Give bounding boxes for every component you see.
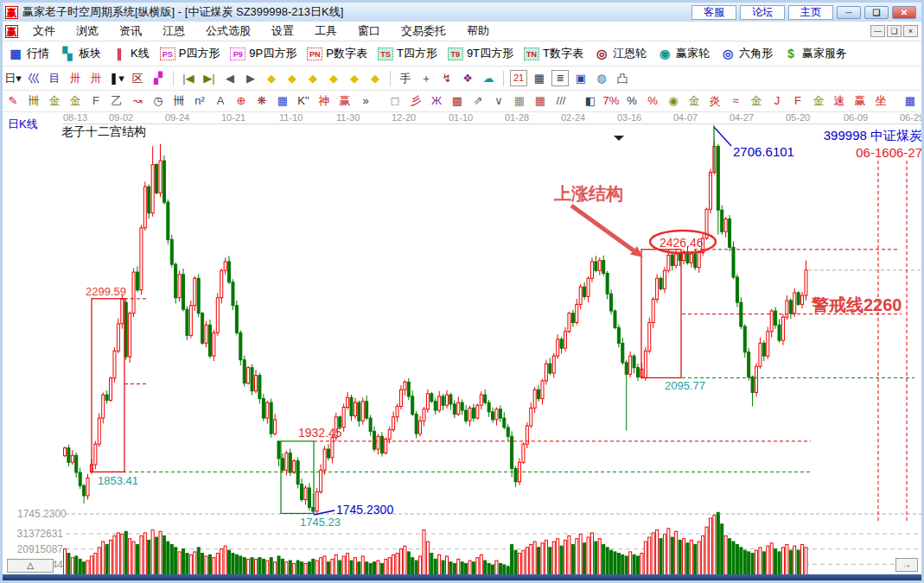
print-icon[interactable]: 凸 — [614, 70, 631, 87]
scroll-right-button[interactable]: → — [895, 558, 918, 572]
grid-b-icon[interactable]: ▦ — [532, 92, 549, 110]
toolbar-item-kline[interactable]: ∥K线 — [112, 46, 150, 61]
lasso-icon[interactable]: ↯ — [438, 70, 456, 87]
wave-pattern-icon[interactable]: 巛 — [25, 70, 42, 87]
dropdown-marker-icon[interactable] — [614, 136, 624, 141]
comb-2-icon[interactable]: 卌 — [170, 92, 188, 110]
f-grid-icon[interactable]: F — [87, 92, 105, 110]
spiral-icon[interactable]: 乙 — [108, 92, 125, 110]
export-icon[interactable]: ◍ — [593, 70, 610, 87]
diamond-cross-icon[interactable]: ◆ — [366, 70, 384, 87]
k-quote-icon[interactable]: K" — [295, 92, 312, 110]
diamond-arrow-lr-icon[interactable]: ◆ — [304, 70, 322, 87]
child-close-button[interactable]: × — [903, 25, 918, 37]
zuo-icon[interactable]: 坐 — [872, 92, 889, 110]
creature-icon[interactable]: ❖ — [459, 70, 476, 87]
bars-3-icon[interactable]: 卅 — [67, 70, 84, 87]
calculator-icon[interactable]: ▦ — [531, 70, 548, 87]
diamond-expand-icon[interactable]: ◆ — [346, 70, 363, 87]
expand-panel-button[interactable]: △ — [7, 559, 54, 573]
frame-tool-icon[interactable]: ◻ — [386, 92, 404, 110]
customer-service-button[interactable]: 客服 — [691, 5, 736, 20]
notepad-icon[interactable]: ≣ — [551, 70, 569, 86]
pen-red-icon[interactable]: ✎ — [4, 92, 22, 110]
homepage-button[interactable]: 主页 — [788, 5, 833, 20]
menu-item-7[interactable]: 窗口 — [347, 24, 391, 37]
flame-icon[interactable]: 炎 — [706, 92, 723, 110]
step-forward-icon[interactable]: ▶ — [242, 70, 259, 87]
gold-grid-2-icon[interactable]: 金 — [67, 92, 84, 110]
histogram-icon[interactable]: ▞ — [150, 70, 167, 87]
menu-item-8[interactable]: 交易委托 — [391, 24, 456, 37]
bars-9-icon[interactable]: 卅 — [87, 70, 105, 87]
candle-select-icon[interactable]: ❚▾ — [108, 70, 125, 87]
percent-bars-icon[interactable]: % — [644, 92, 661, 110]
j-line-icon[interactable]: J — [768, 92, 786, 110]
toolbar-item-t-square[interactable]: TST四方形 — [378, 46, 437, 61]
angle-guide-icon[interactable]: A — [212, 92, 229, 110]
toolbar-item-winner-service[interactable]: $赢家服务 — [783, 46, 847, 61]
gold-line-icon[interactable]: 金 — [748, 92, 765, 110]
toolbar-item-hexagon[interactable]: ◎六角形 — [720, 46, 773, 61]
menu-item-3[interactable]: 江恩 — [152, 24, 195, 37]
menu-item-1[interactable]: 浏览 — [66, 24, 109, 37]
web-red-icon[interactable]: ❋ — [253, 92, 271, 110]
comb-icon[interactable]: 卌 — [25, 92, 42, 110]
shen-icon[interactable]: 神 — [315, 92, 333, 110]
gold-2-icon[interactable]: 金 — [810, 92, 827, 110]
child-minimize-button[interactable]: — — [870, 25, 885, 37]
grid-a-icon[interactable]: ▦ — [511, 92, 528, 110]
pen-lines-icon[interactable]: ⇗ — [469, 92, 487, 110]
minimize-button[interactable]: ─ — [837, 6, 861, 19]
pen-red-2-icon[interactable]: ↝ — [129, 92, 146, 110]
x-grid-icon[interactable]: Ж — [428, 92, 445, 110]
menu-item-6[interactable]: 工具 — [304, 24, 347, 37]
toolbar-item-gann-wheel[interactable]: ◎江恩轮 — [594, 46, 647, 61]
hand-tool-icon[interactable]: 手 — [397, 70, 414, 87]
gold-bars-icon[interactable]: 金 — [685, 92, 703, 110]
save-icon[interactable]: ▣ — [572, 70, 589, 87]
web-grid-icon[interactable]: ▦ — [274, 92, 291, 110]
seven-percent-icon[interactable]: 7% — [602, 92, 620, 110]
diamond-arrow-right-icon[interactable]: ◆ — [284, 70, 301, 87]
speed-line-icon[interactable]: 速 — [831, 92, 848, 110]
toolbar-item-winner-wheel[interactable]: ◉赢家轮 — [657, 46, 710, 61]
toolbar-item-sectors[interactable]: ▚板块 — [60, 46, 101, 61]
toolbar-item-p-square[interactable]: PSP四方形 — [160, 46, 220, 61]
crosshair-icon[interactable]: ＋ — [417, 70, 435, 87]
step-back-icon[interactable]: ◀ — [221, 70, 239, 87]
skip-end-icon[interactable]: ▶| — [201, 70, 218, 87]
menu-item-0[interactable]: 文件 — [22, 24, 66, 37]
menu-item-4[interactable]: 公式选股 — [195, 24, 261, 37]
note-icon[interactable]: 目 — [46, 70, 63, 87]
toolbar-item-9p-square[interactable]: P99P四方形 — [230, 46, 296, 61]
wave-icon[interactable]: ≈ — [727, 92, 744, 110]
toolbar-item-p-number-table[interactable]: PNP数字表 — [307, 46, 367, 61]
menu-item-9[interactable]: 帮助 — [456, 24, 500, 37]
f-line-icon[interactable]: F — [789, 92, 806, 110]
cloud-tool-icon[interactable]: ☁ — [480, 70, 497, 87]
skip-start-icon[interactable]: |◀ — [180, 70, 197, 87]
diamond-arrow-left-icon[interactable]: ◆ — [263, 70, 280, 87]
lattice-icon[interactable]: ▩ — [449, 92, 466, 110]
ying-icon[interactable]: 赢 — [336, 92, 354, 110]
kline-chart-canvas[interactable]: 08-1309-0209-2410-2111-1011-3012-2001-10… — [3, 112, 924, 580]
menu-item-2[interactable]: 资讯 — [109, 24, 152, 37]
ying-2-icon[interactable]: 赢 — [851, 92, 869, 110]
n2-icon[interactable]: n² — [191, 92, 208, 110]
more-chevrons-icon[interactable]: » — [357, 92, 374, 110]
vee-lines-icon[interactable]: ∨ — [490, 92, 507, 110]
menu-item-5[interactable]: 设置 — [261, 24, 304, 37]
calendar-icon[interactable]: 21 — [510, 70, 527, 86]
diamond-compress-icon[interactable]: ◆ — [325, 70, 342, 87]
toolbar-item-9t-square[interactable]: T99T四方形 — [448, 46, 513, 61]
child-restore-button[interactable]: ❏ — [887, 25, 902, 37]
clock-circle-icon[interactable]: ◷ — [150, 92, 167, 110]
forum-button[interactable]: 论坛 — [740, 5, 785, 20]
toolbar-item-market-quotes[interactable]: ▦行情 — [8, 46, 49, 61]
gold-grid-1-icon[interactable]: 金 — [46, 92, 63, 110]
pattern-maroon-icon[interactable]: 区 — [129, 70, 146, 87]
close-button[interactable]: ✕ — [892, 6, 916, 19]
slashes-icon[interactable]: /// — [552, 92, 570, 110]
toolbar-item-t-number-table[interactable]: TNT数字表 — [524, 46, 583, 61]
